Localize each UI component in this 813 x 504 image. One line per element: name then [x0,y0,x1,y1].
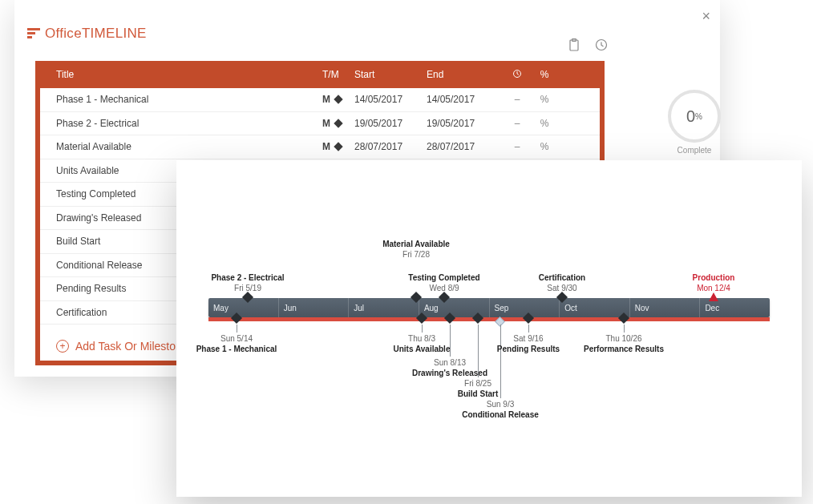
col-duration[interactable] [504,69,531,81]
milestone-date: Fri 8/25 [422,379,534,389]
cell-percent: % [531,94,558,105]
cell-duration: – [504,118,531,129]
toolbar-icons [568,38,608,51]
timeline-preview: MayJunJulAugSepOctNovDec Phase 2 - Elect… [176,160,802,497]
cell-end: 19/05/2017 [427,118,504,129]
col-end[interactable]: End [427,69,504,80]
connector [624,325,625,333]
month-label: Jul [349,298,419,317]
cell-start: 14/05/2017 [354,94,427,105]
app-bar: × OfficeTIMELINE [14,0,720,61]
milestone-title: Drawing's Released [394,369,506,379]
cell-end: 14/05/2017 [427,94,504,105]
connector [237,325,237,333]
cell-start: 19/05/2017 [354,118,427,129]
cell-title: Phase 2 - Electrical [50,118,322,129]
cell-end: 28/07/2017 [427,141,504,152]
progress-ring: 0% [668,90,721,143]
cell-percent: % [531,141,558,152]
app-title: OfficeTIMELINE [45,26,147,42]
progress-indicator: 0% Complete [661,90,728,155]
milestone-title: Testing Completed [388,273,500,284]
milestone-date: Thu 8/3 [366,334,478,345]
progress-unit: % [695,112,702,121]
diamond-icon [709,292,718,301]
table-row[interactable]: Phase 2 - ElectricalM19/05/201719/05/201… [40,112,600,136]
progress-value: 0 [686,107,695,126]
logo-icon [27,28,40,39]
milestone-title: Certification [506,273,618,284]
svg-rect-1 [27,32,35,34]
month-label: Jun [279,298,350,317]
milestone-date: Sun 5/14 [180,334,293,345]
cell-duration: – [504,94,531,105]
month-band: MayJunJulAugSepOctNovDec [208,298,770,317]
milestone-date: Sun 9/3 [444,400,556,410]
milestone-title: Material Available [360,240,472,250]
col-tm[interactable]: T/M [322,69,354,80]
cell-title: Phase 1 - Mechanical [50,94,322,105]
cell-title: Material Available [50,141,322,152]
milestone-date: Sun 8/13 [394,358,506,369]
milestone[interactable]: Phase 2 - ElectricalFri 5/19 [192,273,304,296]
milestone[interactable]: ProductionMon 12/4 [657,273,770,296]
connector [528,325,529,333]
milestone-date: Fri 7/28 [360,250,472,260]
plus-icon: + [56,340,69,353]
clipboard-icon[interactable] [568,38,580,51]
milestone-title: Phase 2 - Electrical [192,273,304,284]
svg-rect-2 [27,36,32,38]
table-row[interactable]: Phase 1 - MechanicalM14/05/201714/05/201… [40,88,600,112]
col-percent[interactable]: % [531,69,558,80]
milestone[interactable]: CertificationSat 9/30 [506,273,618,296]
milestone-date: Thu 10/26 [568,334,680,345]
milestone-title: Performance Results [568,345,680,355]
history-icon[interactable] [595,38,608,51]
month-label: Nov [630,298,701,317]
progress-label: Complete [661,146,728,155]
table-header: Title T/M Start End % [40,61,600,88]
cell-duration: – [504,141,531,152]
month-label: Sep [490,298,560,317]
milestone-title: Production [657,273,770,284]
milestone-icon [334,95,342,104]
month-label: Oct [560,298,630,317]
table-row[interactable]: Material AvailableM28/07/201728/07/2017–… [40,135,600,159]
add-task-label: Add Task Or Milestone [75,340,188,353]
milestone-icon [334,143,342,151]
cell-start: 28/07/2017 [354,141,427,152]
milestone[interactable]: Testing CompletedWed 8/9 [388,273,500,296]
timeline-stripe [208,317,770,321]
milestone-title: Build Start [422,389,534,400]
milestone[interactable]: Material AvailableFri 7/28 [360,240,472,263]
milestone-title: Units Available [366,345,478,355]
col-start[interactable]: Start [354,69,427,80]
milestone-icon [334,119,342,127]
cell-tm: M [322,94,354,105]
app-logo: OfficeTIMELINE [27,26,147,42]
cell-tm: M [322,141,354,152]
milestone-title: Conditional Release [444,410,556,421]
milestone-title: Phase 1 - Mechanical [180,345,293,355]
month-label: May [208,298,279,317]
cell-percent: % [531,118,558,129]
connector [422,325,423,333]
cell-tm: M [322,118,354,129]
add-task-button[interactable]: + Add Task Or Milestone [56,340,188,353]
col-title[interactable]: Title [50,69,322,80]
close-icon[interactable]: × [702,8,710,25]
timeline-canvas[interactable]: MayJunJulAugSepOctNovDec Phase 2 - Elect… [208,240,770,449]
svg-rect-0 [27,28,40,30]
connector [450,325,451,357]
